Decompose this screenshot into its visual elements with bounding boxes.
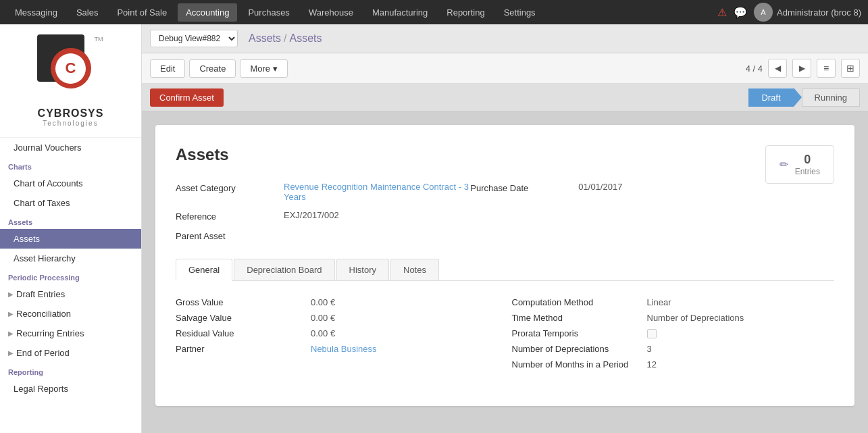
confirm-asset-button[interactable]: Confirm Asset bbox=[150, 88, 224, 107]
sidebar-section-assets: Assets bbox=[0, 213, 141, 229]
status-bar: Confirm Asset Draft Running bbox=[142, 84, 868, 111]
top-nav-right: ⚠ 💬 A Administrator (broc 8) bbox=[717, 3, 861, 22]
breadcrumb-parent[interactable]: Assets bbox=[249, 32, 281, 45]
entries-widget[interactable]: ✏ 0 Entries bbox=[765, 145, 834, 184]
num-months-label: Number of Months in a Period bbox=[512, 359, 647, 370]
user-avatar: A bbox=[754, 3, 773, 22]
debug-view-select[interactable]: Debug View#882 bbox=[150, 30, 238, 47]
create-button[interactable]: Create bbox=[189, 59, 236, 78]
salvage-value-row: Salvage Value 0.00 € bbox=[176, 310, 499, 326]
residual-value-value: 0.00 € bbox=[311, 328, 335, 338]
entries-label: Entries bbox=[795, 167, 820, 176]
status-tab-draft[interactable]: Draft bbox=[748, 88, 793, 107]
prorata-row: Prorata Temporis bbox=[512, 326, 835, 341]
salvage-value-label: Salvage Value bbox=[176, 313, 311, 323]
computation-method-row: Computation Method Linear bbox=[512, 295, 835, 310]
asset-category-value[interactable]: Revenue Recognition Maintenance Contract… bbox=[284, 182, 470, 202]
partner-label: Partner bbox=[176, 344, 311, 354]
asset-category-label: Asset Category bbox=[176, 182, 284, 193]
status-tabs: Draft Running bbox=[748, 88, 860, 107]
tab-history[interactable]: History bbox=[336, 259, 389, 280]
content-area: Debug View#882 Assets / Assets Edit Crea… bbox=[142, 24, 868, 433]
sidebar-item-end-of-period[interactable]: ▶ End of Period bbox=[0, 343, 141, 363]
tab-left-col: Gross Value 0.00 € Salvage Value 0.00 € … bbox=[176, 295, 499, 372]
entries-count: 0 bbox=[795, 153, 820, 167]
top-navigation: Messaging Sales Point of Sale Accounting… bbox=[0, 0, 868, 24]
toolbar: Edit Create More ▾ 4 / 4 ◀ ▶ ≡ ⊞ bbox=[142, 53, 868, 84]
breadcrumb-separator: / bbox=[284, 32, 286, 45]
entries-info: 0 Entries bbox=[795, 153, 820, 176]
logo-red-circle: C bbox=[51, 48, 91, 88]
pencil-icon: ✏ bbox=[780, 158, 788, 171]
chat-icon[interactable]: 💬 bbox=[734, 6, 747, 19]
num-depreciations-row: Number of Depreciations 3 bbox=[512, 341, 835, 357]
asset-category-row: Asset Category Revenue Recognition Maint… bbox=[176, 178, 470, 206]
num-months-row: Number of Months in a Period 12 bbox=[512, 357, 835, 372]
brand-name: CYBROSYS bbox=[38, 107, 104, 120]
more-label: More bbox=[250, 63, 270, 74]
main-layout: C TM CYBROSYS Technologies Journal Vouch… bbox=[0, 24, 868, 433]
user-info[interactable]: A Administrator (broc 8) bbox=[754, 3, 861, 22]
sidebar-item-draft-entries[interactable]: ▶ Draft Entries bbox=[0, 284, 141, 304]
sidebar-item-chart-of-taxes[interactable]: Chart of Taxes bbox=[0, 193, 141, 213]
sidebar-item-recurring-entries[interactable]: ▶ Recurring Entries bbox=[0, 324, 141, 343]
salvage-value-value: 0.00 € bbox=[311, 313, 335, 323]
logo-text: CYBROSYS Technologies bbox=[38, 107, 104, 127]
form-tabs: General Depreciation Board History Notes bbox=[176, 259, 834, 281]
tab-general[interactable]: General bbox=[176, 259, 232, 281]
prev-page-button[interactable]: ◀ bbox=[768, 59, 787, 78]
tab-fields-grid: Gross Value 0.00 € Salvage Value 0.00 € … bbox=[176, 295, 834, 372]
purchase-date-row: Purchase Date 01/01/2017 bbox=[470, 178, 765, 197]
list-view-button[interactable]: ≡ bbox=[817, 59, 836, 78]
nav-manufacturing[interactable]: Manufacturing bbox=[364, 3, 436, 22]
arrow-icon: ▶ bbox=[8, 349, 14, 357]
edit-button[interactable]: Edit bbox=[150, 59, 185, 78]
form-card: ✏ 0 Entries Assets Asset Category Revenu… bbox=[155, 125, 854, 406]
tab-right-col: Computation Method Linear Time Method Nu… bbox=[512, 295, 835, 372]
partner-value[interactable]: Nebula Business bbox=[311, 344, 377, 354]
gross-value-label: Gross Value bbox=[176, 297, 311, 307]
computation-method-label: Computation Method bbox=[512, 297, 647, 307]
sidebar-item-journal-vouchers[interactable]: Journal Vouchers bbox=[0, 138, 141, 157]
nav-warehouse[interactable]: Warehouse bbox=[301, 3, 361, 22]
tab-notes[interactable]: Notes bbox=[390, 259, 439, 280]
prorata-checkbox[interactable] bbox=[647, 329, 657, 338]
sidebar-section-periodic: Periodic Processing bbox=[0, 268, 141, 284]
sidebar-item-legal-reports[interactable]: Legal Reports bbox=[0, 379, 141, 399]
sidebar-item-reconciliation[interactable]: ▶ Reconciliation bbox=[0, 304, 141, 324]
form-left-column: Asset Category Revenue Recognition Maint… bbox=[176, 178, 470, 245]
form-title: Assets bbox=[176, 145, 834, 164]
purchase-date-value: 01/01/2017 bbox=[578, 182, 622, 192]
parent-asset-row: Parent Asset bbox=[176, 226, 470, 245]
sidebar-item-reconciliation-label: Reconciliation bbox=[16, 309, 71, 319]
prorata-label: Prorata Temporis bbox=[512, 328, 647, 338]
logo-box: C TM bbox=[37, 34, 105, 102]
sidebar-item-chart-of-accounts[interactable]: Chart of Accounts bbox=[0, 174, 141, 193]
form-right-column: Purchase Date 01/01/2017 bbox=[470, 178, 765, 245]
arrow-icon: ▶ bbox=[8, 330, 14, 337]
tab-depreciation-board[interactable]: Depreciation Board bbox=[234, 259, 334, 280]
sidebar-item-draft-label: Draft Entries bbox=[16, 289, 65, 299]
nav-settings[interactable]: Settings bbox=[496, 3, 544, 22]
sidebar-item-end-label: End of Period bbox=[16, 348, 70, 358]
nav-messaging[interactable]: Messaging bbox=[7, 3, 66, 22]
sidebar-item-asset-hierarchy[interactable]: Asset Hierarchy bbox=[0, 249, 141, 268]
general-tab-content: Gross Value 0.00 € Salvage Value 0.00 € … bbox=[176, 281, 834, 386]
breadcrumb-current: Assets bbox=[289, 32, 322, 45]
more-button[interactable]: More ▾ bbox=[240, 59, 288, 78]
nav-purchases[interactable]: Purchases bbox=[240, 3, 297, 22]
nav-accounting[interactable]: Accounting bbox=[178, 3, 237, 22]
reference-row: Reference EXJ/2017/002 bbox=[176, 206, 470, 226]
nav-sales[interactable]: Sales bbox=[68, 3, 107, 22]
arrow-icon: ▶ bbox=[8, 290, 14, 298]
next-page-button[interactable]: ▶ bbox=[792, 59, 811, 78]
nav-point-of-sale[interactable]: Point of Sale bbox=[109, 3, 175, 22]
alert-icon[interactable]: ⚠ bbox=[717, 6, 727, 19]
time-method-label: Time Method bbox=[512, 313, 647, 323]
sidebar-item-assets[interactable]: Assets bbox=[0, 229, 141, 249]
status-tab-running[interactable]: Running bbox=[802, 88, 860, 107]
nav-reporting[interactable]: Reporting bbox=[438, 3, 492, 22]
grid-view-button[interactable]: ⊞ bbox=[841, 59, 860, 78]
purchase-date-label: Purchase Date bbox=[470, 182, 578, 193]
time-method-row: Time Method Number of Depreciations bbox=[512, 310, 835, 326]
